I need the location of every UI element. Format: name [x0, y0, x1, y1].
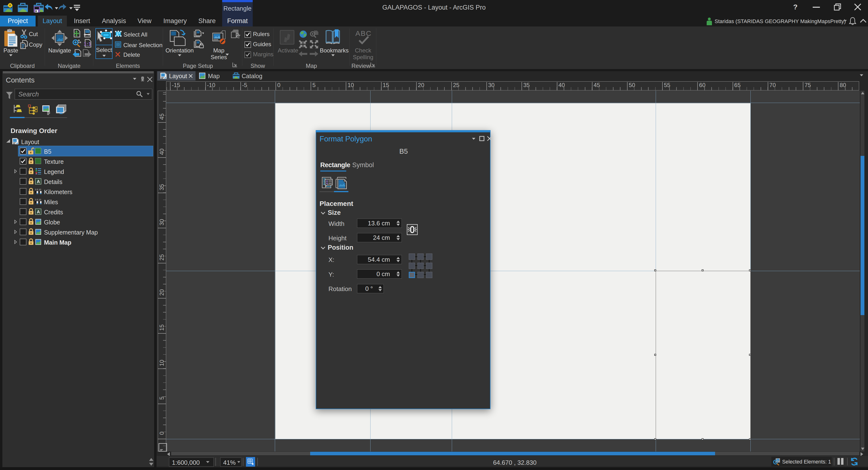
- svg-text:1:1: 1:1: [84, 41, 91, 47]
